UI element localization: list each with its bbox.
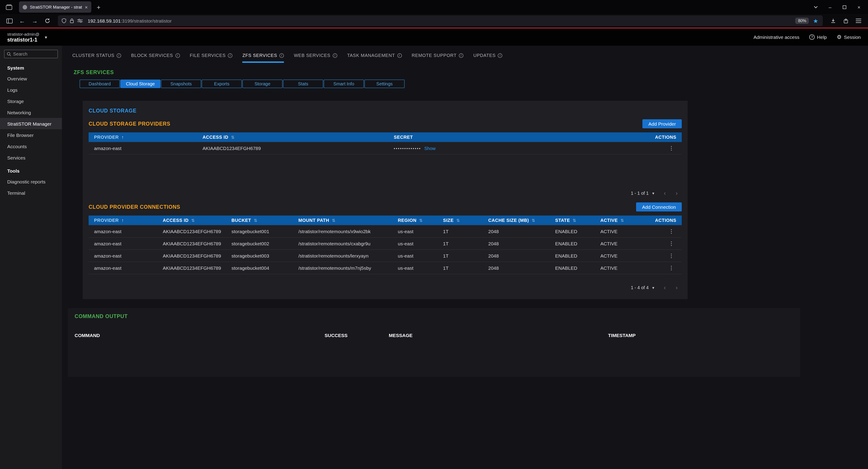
sidebar-item-logs[interactable]: Logs	[0, 84, 62, 95]
sidebar-item-overview[interactable]: Overview	[0, 73, 62, 84]
add-connection-button[interactable]: Add Connection	[636, 202, 682, 211]
pagination-prev-icon[interactable]: ‹	[660, 284, 670, 291]
url-text: 192.168.59.101:3199/stratistor/stratisto…	[88, 18, 172, 24]
cell-mount-path: /stratistor/remotemounts/x9wio2bk	[293, 225, 393, 237]
tab-task-management[interactable]: TASK MANAGEMENTi	[347, 53, 402, 63]
col-region[interactable]: REGION⇅	[393, 215, 438, 225]
cell-region: us-east	[393, 249, 438, 262]
search-input[interactable]	[13, 52, 55, 57]
row-actions-kebab-icon[interactable]: ⋮	[666, 253, 676, 259]
pagination-caret-icon[interactable]: ▾	[652, 285, 654, 290]
col-size[interactable]: SIZE⇅	[438, 215, 483, 225]
row-actions-kebab-icon[interactable]: ⋮	[666, 265, 676, 271]
subtab-dashboard[interactable]: Dashboard	[80, 79, 120, 88]
host-switcher[interactable]: stratistor-admin@ stratistor1-1 ▾	[7, 32, 47, 42]
tab-close-icon[interactable]: ×	[85, 4, 88, 10]
minimize-button[interactable]: –	[827, 4, 834, 10]
sidebar-item-file-browser[interactable]: File Browser	[0, 129, 62, 140]
sidebar-item-accounts[interactable]: Accounts	[0, 140, 62, 152]
cell-provider: amazon-east	[89, 262, 157, 274]
cell-access-id: AKIAABCD1234EFGH6789	[157, 225, 226, 237]
info-icon: i	[459, 53, 463, 58]
col-mount-path[interactable]: MOUNT PATH⇅	[293, 215, 393, 225]
downloads-icon[interactable]	[827, 15, 839, 26]
col-bucket[interactable]: BUCKET⇅	[226, 215, 293, 225]
row-actions-kebab-icon[interactable]: ⋮	[666, 145, 676, 152]
extensions-icon[interactable]	[840, 15, 852, 26]
reload-icon[interactable]	[41, 15, 53, 26]
sidebar-item-terminal[interactable]: Terminal	[0, 187, 62, 198]
tab-block-services[interactable]: BLOCK SERVICESi	[131, 53, 180, 63]
back-icon[interactable]: ←	[16, 15, 28, 26]
lock-icon[interactable]	[70, 18, 74, 24]
add-provider-button[interactable]: Add Provider	[643, 119, 682, 128]
tab-label: ZFS SERVICES	[242, 53, 277, 58]
col-provider[interactable]: PROVIDER↑	[89, 215, 157, 225]
cell-state: ENABLED	[550, 225, 595, 237]
sidebar-item-stratistor-manager[interactable]: StratiSTOR Manager	[0, 118, 62, 129]
cell-bucket: storagebucket002	[226, 237, 293, 249]
subtab-cloud-storage[interactable]: Cloud Storage	[120, 79, 160, 88]
zoom-level-chip[interactable]: 80%	[796, 18, 809, 24]
session-label: Session	[844, 34, 861, 40]
row-actions-kebab-icon[interactable]: ⋮	[666, 228, 676, 234]
tab-file-services[interactable]: FILE SERVICESi	[190, 53, 232, 63]
list-tabs-icon[interactable]	[812, 4, 819, 9]
masthead: stratistor-admin@ stratistor1-1 ▾ Admini…	[0, 29, 868, 46]
tab-web-services[interactable]: WEB SERVICESi	[294, 53, 337, 63]
cell-mount-path: /stratistor/remotemounts/lerxyayn	[293, 249, 393, 262]
browser-tab[interactable]: StratiSTOR Manager - stratistor ×	[19, 1, 91, 13]
subtab-storage[interactable]: Storage	[242, 79, 283, 88]
tab-label: REMOTE SUPPORT	[412, 53, 457, 58]
new-tab-button[interactable]: +	[97, 3, 100, 11]
sidebar-item-diagnostic-reports[interactable]: Diagnostic reports	[0, 176, 62, 187]
sidebar-toggle-icon[interactable]	[4, 15, 16, 26]
tab-remote-support[interactable]: REMOTE SUPPORTi	[412, 53, 463, 63]
sidebar-item-networking[interactable]: Networking	[0, 107, 62, 118]
tab-zfs-services[interactable]: ZFS SERVICESi	[242, 53, 284, 63]
subtab-stats[interactable]: Stats	[283, 79, 323, 88]
cell-access-id: AKIAABCD1234EFGH6789	[157, 237, 226, 249]
row-actions-kebab-icon[interactable]: ⋮	[666, 240, 676, 247]
administrative-access-button[interactable]: Administrative access	[753, 34, 799, 40]
pagination-prev-icon[interactable]: ‹	[660, 190, 670, 197]
permissions-icon[interactable]	[77, 19, 83, 23]
subtab-snapshots[interactable]: Snapshots	[161, 79, 201, 88]
col-access-id[interactable]: ACCESS ID⇅	[197, 132, 388, 142]
subtab-group: Dashboard Cloud Storage Snapshots Export…	[80, 79, 868, 88]
connections-section-title: CLOUD PROVIDER CONNECTIONS	[89, 204, 180, 210]
session-button[interactable]: ⚙ Session	[837, 34, 861, 40]
cell-cache-size: 2048	[483, 262, 550, 274]
col-provider[interactable]: PROVIDER↑	[89, 132, 197, 142]
subtab-exports[interactable]: Exports	[202, 79, 242, 88]
sidebar-item-services[interactable]: Services	[0, 152, 62, 163]
sidebar-item-storage[interactable]: Storage	[0, 95, 62, 107]
menu-icon[interactable]	[852, 15, 864, 26]
cell-cache-size: 2048	[483, 237, 550, 249]
help-button[interactable]: ? Help	[809, 34, 827, 40]
tab-updates[interactable]: UPDATESi	[473, 53, 502, 63]
providers-pagination: 1 - 1 of 1 ▾ ‹ ›	[89, 190, 682, 197]
col-access-id[interactable]: ACCESS ID⇅	[157, 215, 226, 225]
pagination-caret-icon[interactable]: ▾	[652, 191, 654, 195]
tab-label: FILE SERVICES	[190, 53, 225, 58]
pagination-next-icon[interactable]: ›	[672, 190, 682, 197]
firefox-view-icon[interactable]	[4, 2, 14, 12]
connection-row: amazon-east AKIAABCD1234EFGH6789 storage…	[89, 249, 682, 262]
maximize-button[interactable]	[841, 5, 848, 9]
pagination-next-icon[interactable]: ›	[672, 284, 682, 291]
sidebar-search[interactable]	[4, 50, 58, 58]
col-active[interactable]: ACTIVE⇅	[595, 215, 642, 225]
forward-icon[interactable]: →	[29, 15, 41, 26]
col-cache-size[interactable]: CACHE SIZE (MB)⇅	[483, 215, 550, 225]
sort-icon: ⇅	[332, 218, 336, 223]
show-secret-link[interactable]: Show	[424, 146, 436, 151]
close-button[interactable]: ×	[855, 4, 863, 10]
col-state[interactable]: STATE⇅	[550, 215, 595, 225]
subtab-settings[interactable]: Settings	[364, 79, 405, 88]
tracking-protection-shield-icon[interactable]	[61, 18, 66, 24]
subtab-smart-info[interactable]: Smart Info	[324, 79, 364, 88]
tab-cluster-status[interactable]: CLUSTER STATUSi	[72, 53, 121, 63]
url-bar[interactable]: 192.168.59.101:3199/stratistor/stratisto…	[58, 15, 823, 26]
bookmark-star-icon[interactable]: ★	[813, 18, 818, 24]
